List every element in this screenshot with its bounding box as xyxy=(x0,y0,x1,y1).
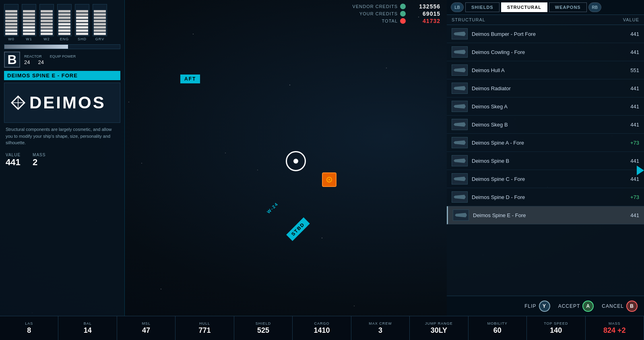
value-stat: VALUE 441 xyxy=(6,153,21,168)
rb-button[interactable]: RB xyxy=(588,2,601,12)
reactor-stats: REACTOR EQUIP POWER 24 24 xyxy=(24,54,120,65)
stat-value: 1410 xyxy=(314,326,330,335)
total-credits-value: 41732 xyxy=(408,18,440,24)
stat-col-jump-range: JUMP RANGE 30LY xyxy=(410,316,468,340)
flip-button[interactable]: Y xyxy=(539,301,550,312)
bar-w2: W2 xyxy=(39,4,54,41)
list-item[interactable]: Deimos Spine A - Fore +73 xyxy=(447,134,644,152)
bar-w2-container xyxy=(39,4,54,36)
cancel-action[interactable]: CANCEL B xyxy=(602,301,638,312)
item-name: Deimos Spine A - Fore xyxy=(472,140,615,146)
item-icon xyxy=(452,83,468,94)
scroll-arrow-right[interactable] xyxy=(637,166,644,175)
diamond-icon xyxy=(11,95,25,110)
stat-col-mobility: MOBILITY 60 xyxy=(469,316,527,340)
flip-label: FLIP xyxy=(524,303,536,309)
item-icon-shape xyxy=(455,212,467,218)
item-icon-shape xyxy=(454,158,466,164)
stat-label: SHIELD xyxy=(256,321,271,325)
item-icon xyxy=(453,209,469,221)
cancel-label: CANCEL xyxy=(602,303,624,309)
list-item[interactable]: Deimos Spine B 441 xyxy=(447,152,644,170)
stat-label: MSL xyxy=(142,321,151,325)
list-item[interactable]: Deimos Cowling - Fore 441 xyxy=(447,43,644,61)
item-name: Deimos Skeg B xyxy=(472,122,615,128)
item-value: 441 xyxy=(619,158,639,164)
value-label: VALUE xyxy=(6,153,21,157)
item-icon xyxy=(452,155,468,166)
equip-power-value: 24 xyxy=(38,59,43,65)
item-stats-row: VALUE 441 MASS 2 xyxy=(4,153,120,168)
bar-w0-label: W0 xyxy=(8,37,14,41)
list-item[interactable]: Deimos Bumper - Port Fore 441 xyxy=(447,25,644,43)
item-icon-shape xyxy=(454,121,466,128)
equip-power-label: EQUIP POWER xyxy=(50,54,76,58)
item-icon-shape xyxy=(454,103,466,110)
stat-col-hull: HULL 771 xyxy=(175,316,234,340)
reactor-values: 24 24 xyxy=(24,59,120,65)
stat-value: 525 xyxy=(257,326,269,335)
stat-value: 47 xyxy=(142,326,150,335)
value-column-header: VALUE xyxy=(623,17,639,22)
stat-label: BAL xyxy=(84,321,92,325)
item-icon-shape xyxy=(454,31,466,37)
power-bar-fill xyxy=(4,45,68,49)
list-item[interactable]: Deimos Spine D - Fore +73 xyxy=(447,188,644,206)
item-list-wrapper: Deimos Bumper - Port Fore 441 Deimos Cow… xyxy=(447,25,644,316)
stat-label: HULL xyxy=(199,321,210,325)
tab-weapons[interactable]: WEAPONS xyxy=(549,2,587,12)
stat-col-max-crew: MAX CREW 3 xyxy=(351,316,410,340)
lb-button[interactable]: LB xyxy=(451,2,464,12)
total-credit-icon xyxy=(400,18,406,24)
bar-grv: GRV xyxy=(93,4,107,41)
brand-logo: DEIMOS xyxy=(11,93,106,112)
tab-structural[interactable]: STRUCTURAL xyxy=(501,2,547,12)
list-item[interactable]: Deimos Spine C - Fore 441 xyxy=(447,170,644,188)
list-item[interactable]: Deimos Radiator 441 xyxy=(447,79,644,97)
flip-action[interactable]: FLIP Y xyxy=(524,301,550,312)
list-item[interactable]: Deimos Skeg A 441 xyxy=(447,97,644,116)
orange-marker xyxy=(322,172,336,187)
accept-action[interactable]: ACCEPT A xyxy=(558,301,594,312)
list-item[interactable]: Deimos Skeg B 441 xyxy=(447,116,644,134)
vendor-credit-icon xyxy=(400,4,406,9)
credits-bar: VENDOR CREDITS 132556 YOUR CREDITS 69015… xyxy=(133,0,447,28)
item-icon-shape xyxy=(454,67,466,73)
item-icon xyxy=(452,119,468,130)
selector-inner xyxy=(293,159,298,164)
bar-w0-container xyxy=(4,4,19,36)
item-icon-shape xyxy=(454,85,466,91)
stat-value: 771 xyxy=(199,326,211,335)
reactor-letter: B xyxy=(4,52,20,68)
bar-w1: W1 xyxy=(22,4,36,41)
total-credits-label: TOTAL xyxy=(382,19,398,23)
stat-value: 8 xyxy=(27,326,31,335)
item-value: +73 xyxy=(619,140,639,146)
item-name: Deimos Skeg A xyxy=(472,104,615,110)
list-item[interactable]: Deimos Hull A 551 xyxy=(447,61,644,79)
item-name: Deimos Spine E - Fore xyxy=(473,212,615,218)
stat-col-bal: BAL 14 xyxy=(58,316,117,340)
tab-shields[interactable]: SHIELDS xyxy=(465,2,500,12)
right-panel: LB SHIELDS STRUCTURAL WEAPONS RB STRUCTU… xyxy=(447,0,644,316)
list-item[interactable]: Deimos Spine E - Fore 441 xyxy=(447,206,644,224)
cancel-button[interactable]: B xyxy=(626,301,638,312)
bar-w1-label: W1 xyxy=(26,37,32,41)
item-value: 551 xyxy=(619,67,639,73)
item-icon xyxy=(452,46,468,58)
item-icon-shape xyxy=(454,176,466,182)
item-icon xyxy=(452,173,468,185)
mass-value: 2 xyxy=(33,157,45,168)
selector-circle xyxy=(286,151,306,171)
your-credits-row: YOUR CREDITS 69015 xyxy=(139,10,440,17)
item-name: Deimos Hull A xyxy=(472,67,615,73)
item-value: 441 xyxy=(619,122,639,128)
your-credit-icon xyxy=(400,11,406,17)
item-icon xyxy=(452,137,468,148)
item-icon-shape xyxy=(454,49,466,55)
accept-button[interactable]: A xyxy=(582,301,594,312)
bar-eng: ENG xyxy=(57,4,72,41)
stat-label: MASS xyxy=(609,321,621,325)
item-name: Deimos Spine D - Fore xyxy=(472,194,615,200)
stat-col-mass: MASS 824 +2 xyxy=(586,316,644,340)
